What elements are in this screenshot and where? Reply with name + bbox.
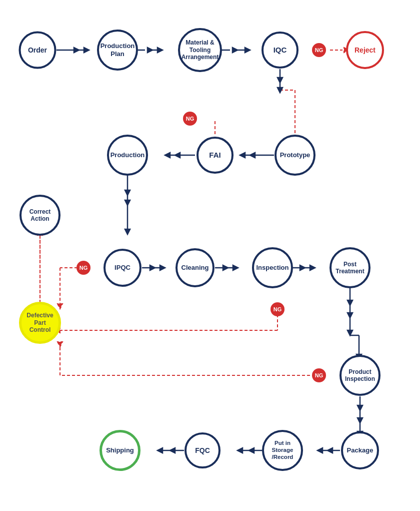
svg-marker-20 [278, 88, 282, 93]
svg-marker-72 [358, 405, 362, 410]
reject-node: Reject [346, 31, 384, 69]
svg-marker-37 [150, 265, 155, 270]
shipping-label: Shipping [106, 446, 134, 454]
post-treatment-label: PostTreatment [336, 261, 364, 275]
svg-marker-39 [160, 265, 165, 270]
correct-action-node: CorrectAction [20, 195, 60, 236]
ng-iqc-badge: NG [312, 43, 326, 57]
flowchart: Order ProductionPlan Material &ToolingAr… [0, 0, 420, 511]
svg-marker-57 [348, 300, 352, 305]
order-label: Order [28, 46, 47, 55]
prototype-label: Prototype [280, 151, 310, 159]
fqc-node: FQC [184, 432, 220, 468]
cleaning-label: Cleaning [182, 264, 209, 272]
defective-part-label: DefectivePartControl [26, 312, 53, 333]
svg-marker-24 [240, 153, 245, 158]
svg-marker-80 [318, 448, 322, 453]
production-label: Production [110, 151, 145, 159]
production-plan-label: ProductionPlan [100, 42, 135, 58]
svg-marker-47 [310, 265, 315, 270]
svg-marker-41 [223, 265, 228, 270]
svg-marker-5 [148, 48, 152, 53]
svg-marker-88 [158, 448, 162, 453]
svg-marker-35 [125, 229, 130, 234]
svg-marker-22 [250, 153, 255, 158]
package-label: Package [347, 446, 374, 454]
prototype-node: Prototype [274, 135, 316, 176]
svg-marker-45 [300, 265, 305, 270]
package-node: Package [341, 431, 379, 469]
svg-marker-74 [358, 418, 362, 423]
iqc-node: IQC [262, 32, 298, 69]
svg-marker-3 [84, 48, 89, 53]
svg-marker-61 [348, 330, 352, 335]
inspection-label: Inspection [256, 264, 288, 272]
shipping-node: Shipping [100, 430, 140, 471]
svg-marker-18 [278, 78, 282, 83]
product-inspection-label: ProductInspection [345, 368, 375, 383]
ng-inspection-badge: NG [270, 302, 284, 316]
svg-marker-28 [165, 153, 170, 158]
defective-part-node: DefectivePartControl [19, 302, 61, 344]
fai-label: FAI [209, 151, 220, 160]
production-node: Production [107, 135, 148, 176]
order-node: Order [19, 32, 56, 69]
cleaning-node: Cleaning [176, 248, 214, 287]
iqc-label: IQC [274, 46, 287, 55]
svg-marker-84 [238, 448, 242, 453]
post-treatment-node: PostTreatment [330, 247, 370, 288]
svg-marker-26 [175, 153, 180, 158]
put-in-storage-label: Put in Storage/Record [264, 440, 301, 460]
svg-marker-33 [125, 200, 130, 205]
ng-ipqc-badge: NG [76, 261, 90, 275]
svg-marker-43 [233, 265, 238, 270]
correct-action-label: CorrectAction [30, 208, 51, 223]
fai-node: FAI [196, 137, 234, 174]
material-tooling-node: Material &ToolingArrangement [178, 28, 222, 72]
product-inspection-node: ProductInspection [340, 355, 380, 396]
reject-label: Reject [354, 46, 376, 55]
put-in-storage-node: Put in Storage/Record [262, 430, 303, 471]
svg-marker-11 [245, 48, 250, 53]
svg-marker-82 [249, 448, 254, 453]
production-plan-node: ProductionPlan [97, 30, 138, 71]
svg-marker-7 [158, 48, 162, 53]
svg-marker-50 [58, 304, 62, 309]
ipqc-label: IPQC [114, 264, 130, 272]
material-tooling-label: Material &ToolingArrangement [182, 39, 219, 61]
svg-marker-59 [348, 313, 352, 318]
ipqc-node: IPQC [104, 249, 142, 287]
ng-fai-badge: NG [183, 112, 197, 126]
svg-marker-31 [125, 190, 130, 195]
svg-marker-86 [170, 448, 175, 453]
fqc-label: FQC [195, 446, 210, 455]
svg-marker-1 [74, 48, 79, 53]
svg-marker-78 [328, 448, 332, 453]
svg-marker-9 [232, 48, 238, 53]
ng-product-badge: NG [312, 368, 326, 382]
svg-marker-70 [58, 342, 62, 347]
inspection-node: Inspection [252, 247, 293, 288]
